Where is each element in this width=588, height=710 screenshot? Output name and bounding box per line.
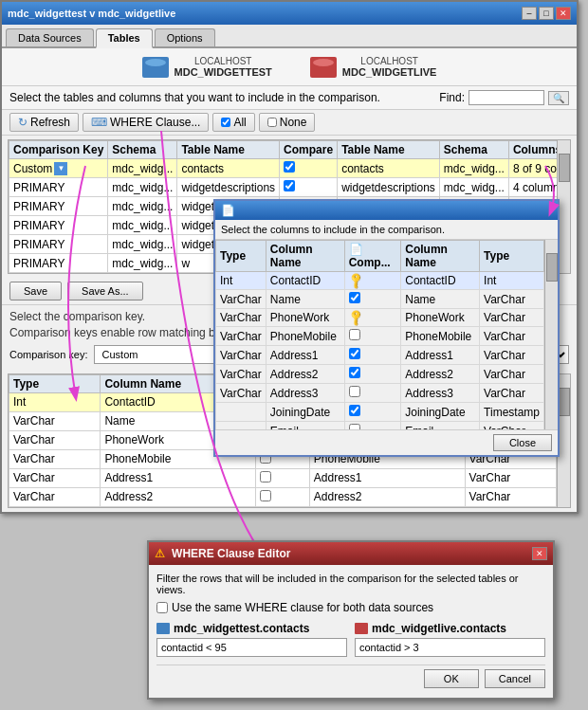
title-bar-buttons: – □ ✕ bbox=[522, 7, 571, 20]
instruction-text: Select the tables and columns that you w… bbox=[9, 91, 380, 104]
find-box: Find: 🔍 bbox=[439, 90, 569, 105]
right-server-box: LOCALHOST MDC_WIDGETLIVE bbox=[310, 56, 437, 78]
right-server-db: MDC_WIDGETLIVE bbox=[342, 66, 437, 78]
col-header-columns: Columns in Comparison bbox=[508, 141, 557, 159]
cell-schema1: mdc_widg... bbox=[108, 197, 177, 216]
save-as-button[interactable]: Save As... bbox=[67, 282, 143, 300]
col-popup-table-area: Type Column Name 📄 Comp... Column Name T… bbox=[215, 240, 558, 429]
cell-columns: 8 of 9 columns ▼ bbox=[508, 159, 557, 178]
col-popup-row: VarChar Address3 Address3 VarChar bbox=[216, 384, 544, 403]
cell-key: PRIMARY bbox=[9, 216, 108, 235]
col-popup-header-col2: Column Name bbox=[401, 241, 480, 272]
cell-table1: widgetdescriptions bbox=[177, 178, 280, 197]
window-title: mdc_widgettest v mdc_widgetlive bbox=[8, 8, 175, 19]
scroll-thumb bbox=[559, 154, 570, 182]
cell-schema2: mdc_widg... bbox=[439, 159, 508, 178]
cell-key: PRIMARY bbox=[9, 254, 108, 273]
right-db-icon bbox=[310, 57, 337, 78]
none-button[interactable]: None bbox=[259, 113, 316, 132]
where-btn-row: OK Cancel bbox=[156, 664, 545, 690]
where-clause-button[interactable]: ⌨ WHERE Clause... bbox=[83, 113, 209, 132]
maximize-button[interactable]: □ bbox=[539, 7, 554, 20]
left-server-box: LOCALHOST MDC_WIDGETTEST bbox=[142, 56, 272, 78]
cell-table2: contacts bbox=[338, 159, 440, 178]
cell-table1: contacts bbox=[177, 159, 280, 178]
col-popup-row: Int ContactID 🔑 ContactID Int bbox=[216, 272, 544, 290]
col-popup-header-col1: Column Name bbox=[266, 241, 344, 272]
col-popup-header-type2: Type bbox=[480, 241, 544, 272]
left-db-icon bbox=[142, 57, 169, 78]
cell-schema2: mdc_widg... bbox=[439, 178, 508, 197]
cell-schema1: mdc_widg... bbox=[108, 216, 177, 235]
cell-compare[interactable] bbox=[280, 178, 338, 197]
tab-options[interactable]: Options bbox=[155, 28, 215, 46]
find-input[interactable] bbox=[469, 90, 544, 105]
where-ok-button[interactable]: OK bbox=[424, 669, 479, 688]
where-popup-instruction: Filter the rows that will be included in… bbox=[156, 573, 545, 595]
col-header-schema2: Schema bbox=[439, 141, 508, 159]
col-popup-scrollbar[interactable] bbox=[544, 240, 558, 429]
col-scroll-thumb bbox=[546, 253, 558, 282]
col-popup-header-type1: Type bbox=[216, 241, 266, 272]
where-popup-close-button[interactable]: ✕ bbox=[532, 547, 547, 560]
right-server-host: LOCALHOST bbox=[342, 56, 437, 66]
cell-key: Custom ▼ bbox=[9, 159, 108, 178]
tab-tables[interactable]: Tables bbox=[96, 28, 153, 48]
table-row: Custom ▼ mdc_widg... contacts contacts m… bbox=[9, 159, 558, 178]
where-left-label: mdc_widgettest.contacts bbox=[156, 622, 347, 635]
where-left-db-icon bbox=[156, 623, 170, 634]
table-row: PRIMARY mdc_widg... widgetdescriptions w… bbox=[9, 178, 558, 197]
none-label: None bbox=[280, 116, 307, 129]
key-dropdown-button[interactable]: ▼ bbox=[54, 162, 67, 175]
where-left-input[interactable] bbox=[156, 638, 347, 657]
cell-key: PRIMARY bbox=[9, 235, 108, 254]
col-popup-title: 📄 bbox=[215, 201, 558, 220]
cell-table2: widgetdescriptions bbox=[338, 178, 440, 197]
all-label: All bbox=[233, 116, 246, 129]
cell-schema1: mdc_widg... bbox=[108, 235, 177, 254]
minimize-button[interactable]: – bbox=[522, 7, 537, 20]
save-button[interactable]: Save bbox=[9, 282, 62, 300]
col-popup-close-button[interactable]: Close bbox=[493, 434, 552, 451]
col-header-comparison-key: Comparison Key bbox=[9, 141, 108, 159]
cell-columns: 4 columns bbox=[508, 178, 557, 197]
where-clause-popup: ⚠ WHERE Clause Editor ✕ Filter the rows … bbox=[147, 540, 555, 700]
col-popup-row: JoiningDate JoiningDate Timestamp bbox=[216, 403, 544, 422]
cell-key: PRIMARY bbox=[9, 197, 108, 216]
close-button[interactable]: ✕ bbox=[556, 7, 571, 20]
cell-compare[interactable] bbox=[280, 159, 338, 178]
tab-datasources[interactable]: Data Sources bbox=[6, 28, 94, 46]
cell-key: PRIMARY bbox=[9, 178, 108, 197]
where-left-source: mdc_widgettest.contacts bbox=[156, 622, 347, 657]
refresh-label: Refresh bbox=[30, 116, 70, 129]
key-col-type1: Type bbox=[9, 374, 101, 392]
where-same-clause-check[interactable] bbox=[156, 602, 168, 613]
col-popup-close-row: Close bbox=[215, 429, 558, 455]
col-header-table2: Table Name bbox=[338, 141, 440, 159]
left-server-host: LOCALHOST bbox=[175, 56, 272, 66]
none-checkbox-icon bbox=[267, 118, 277, 127]
where-right-label: mdc_widgetlive.contacts bbox=[355, 622, 545, 635]
where-popup-title: ⚠ WHERE Clause Editor bbox=[155, 547, 290, 560]
server-header: LOCALHOST MDC_WIDGETTEST LOCALHOST MDC_W… bbox=[2, 48, 577, 86]
col-header-table1: Table Name bbox=[177, 141, 280, 159]
column-select-popup: 📄 Select the columns to include in the c… bbox=[213, 199, 560, 457]
find-search-button[interactable]: 🔍 bbox=[548, 91, 569, 105]
where-icon: ⌨ bbox=[91, 116, 107, 129]
where-popup-title-bar: ⚠ WHERE Clause Editor ✕ bbox=[149, 542, 553, 565]
all-button[interactable]: All bbox=[212, 113, 254, 132]
left-server-name: LOCALHOST MDC_WIDGETTEST bbox=[175, 56, 272, 78]
where-cancel-button[interactable]: Cancel bbox=[485, 669, 545, 688]
where-right-source: mdc_widgetlive.contacts bbox=[355, 622, 545, 657]
where-same-clause-label: Use the same WHERE clause for both data … bbox=[172, 601, 433, 614]
where-clause-label: WHERE Clause... bbox=[110, 116, 200, 129]
refresh-button[interactable]: ↻ Refresh bbox=[9, 113, 79, 132]
col-popup-row: VarChar Name Name VarChar bbox=[216, 290, 544, 309]
toolbar: ↻ Refresh ⌨ WHERE Clause... All None bbox=[2, 110, 577, 136]
find-label: Find: bbox=[439, 91, 465, 104]
where-right-input[interactable] bbox=[355, 638, 545, 657]
key-table-row: VarChar Address1 Address1 VarChar bbox=[9, 468, 557, 487]
all-checkbox-icon bbox=[221, 118, 230, 127]
col-header-schema1: Schema bbox=[108, 141, 177, 159]
col-popup-instruction: Select the columns to include in the com… bbox=[215, 220, 558, 240]
